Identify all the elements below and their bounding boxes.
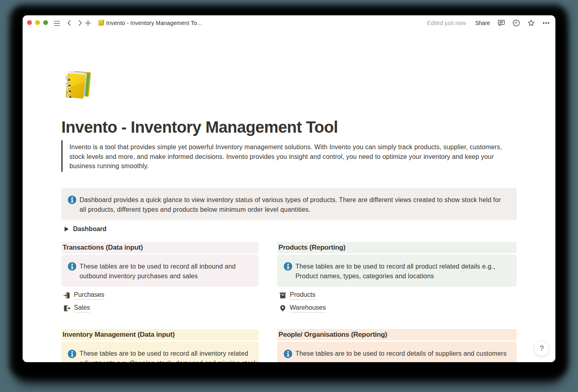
transactions-callout[interactable]: These tables are to be used to record al…	[61, 254, 259, 287]
callout-line: These tables are to be used to record al…	[80, 349, 257, 359]
help-button[interactable]: ?	[534, 341, 549, 356]
quote-line: Invento is a tool that provides simple y…	[69, 142, 517, 152]
callout-text: These tables are to be used to record de…	[295, 349, 507, 359]
callout-text: These tables are to be used to record al…	[295, 262, 495, 281]
link-label[interactable]: Products	[290, 291, 315, 300]
dashboard-callout[interactable]: Dashboard provides a quick glance to vie…	[61, 188, 517, 220]
window-titlebar: Invento - Inventory Management To… Edite…	[23, 15, 555, 30]
edited-status: Edited just now	[427, 20, 466, 26]
page-emoji-ledger-icon[interactable]	[63, 70, 92, 100]
callout-line: adjustments e.g. Opening stock, damaged …	[80, 359, 257, 362]
nav-back-icon[interactable]	[66, 20, 73, 26]
page-ledger-icon	[98, 19, 105, 26]
breadcrumb-page-title[interactable]: Invento - Inventory Management To…	[106, 15, 203, 30]
quote-line: stock levels and more, and make informed…	[69, 152, 517, 162]
link-label[interactable]: Sales	[74, 304, 90, 313]
inventory-callout[interactable]: These tables are to be used to record al…	[61, 342, 259, 362]
heading-products[interactable]: Products (Reporting)	[277, 242, 517, 253]
close-window-button[interactable]	[27, 20, 32, 25]
callout-text: These tables are to be used to record al…	[80, 262, 236, 281]
callout-line: outbound inventory purchases and sales	[80, 271, 236, 281]
heading-transactions[interactable]: Transactions (Data input)	[61, 242, 259, 253]
sidebar-menu-icon[interactable]	[54, 20, 60, 27]
comments-icon[interactable]	[498, 19, 505, 27]
callout-line: all products, different types and produc…	[80, 205, 501, 215]
page-link-sales[interactable]: Sales	[61, 302, 259, 315]
callout-line: These tables are to be used to record al…	[295, 262, 495, 271]
titlebar-actions: Edited just now Share	[427, 15, 550, 30]
new-tab-icon[interactable]	[85, 20, 91, 26]
page-link-purchases[interactable]: Purchases	[61, 289, 259, 302]
door-exit-icon	[63, 305, 70, 312]
heading-people-organisations[interactable]: People/ Organisations (Reporting)	[277, 329, 517, 340]
nav-forward-icon[interactable]	[77, 20, 83, 26]
products-callout[interactable]: These tables are to be used to record al…	[277, 254, 517, 287]
toggle-triangle-icon[interactable]	[65, 227, 69, 231]
page-title[interactable]: Invento - Inventory Management Tool	[61, 117, 517, 137]
minimize-window-button[interactable]	[35, 20, 40, 25]
map-pin-icon	[279, 305, 286, 312]
more-options-icon[interactable]	[542, 19, 550, 27]
info-icon	[68, 350, 76, 358]
heading-inventory-management[interactable]: Inventory Management (Data input)	[61, 329, 259, 340]
updates-clock-icon[interactable]	[513, 19, 520, 27]
callout-line: Dashboard provides a quick glance to vie…	[80, 195, 501, 205]
callout-line: These tables are to be used to record al…	[80, 262, 236, 271]
archive-box-icon	[279, 292, 286, 299]
callout-line: These tables are to be used to record de…	[295, 349, 507, 359]
page-link-warehouses[interactable]: Warehouses	[277, 302, 517, 315]
door-enter-icon	[63, 292, 70, 299]
toggle-label: Dashboard	[73, 225, 107, 233]
callout-text: Dashboard provides a quick glance to vie…	[80, 195, 501, 215]
people-callout[interactable]: These tables are to be used to record de…	[277, 342, 517, 362]
info-icon	[68, 196, 76, 204]
callout-line: Product names, types, categories and loc…	[295, 271, 495, 281]
column-left: Transactions (Data input) These tables a…	[61, 242, 259, 363]
info-icon	[284, 350, 292, 358]
column-right: Products (Reporting) These tables are to…	[277, 242, 517, 363]
intro-quote-block[interactable]: Invento is a tool that provides simple y…	[61, 140, 517, 172]
share-button[interactable]: Share	[475, 20, 490, 26]
page-content: Invento - Inventory Management Tool Inve…	[23, 70, 555, 362]
dashboard-toggle[interactable]: Dashboard	[61, 223, 517, 235]
zoom-window-button[interactable]	[43, 20, 48, 25]
columns-row-1: Transactions (Data input) These tables a…	[61, 242, 517, 363]
page-links-list: Purchases Sales	[61, 289, 259, 315]
callout-text: These tables are to be used to record al…	[80, 349, 257, 362]
notion-app-window: Invento - Inventory Management To… Edite…	[23, 15, 555, 362]
link-label[interactable]: Purchases	[74, 291, 105, 300]
page-link-products[interactable]: Products	[277, 289, 517, 302]
info-icon	[68, 262, 76, 271]
info-icon	[284, 262, 292, 271]
link-label[interactable]: Warehouses	[290, 304, 326, 313]
page-links-list: Products Warehouses	[277, 289, 517, 315]
favorite-star-icon[interactable]	[528, 19, 535, 27]
quote-line: business running smoothly.	[69, 161, 517, 171]
